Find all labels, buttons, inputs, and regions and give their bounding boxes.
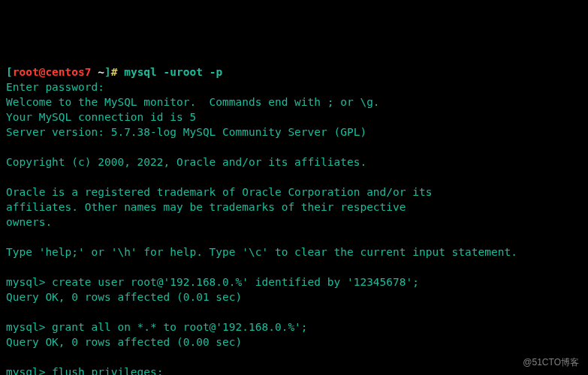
blank-line [6,230,582,244]
watermark: @51CTO博客 [523,356,579,369]
command-text: mysql -uroot -p [124,66,222,78]
blank-line [6,304,582,320]
terminal-output[interactable]: [root@centos7 ~]# mysql -uroot -pEnter p… [6,64,582,375]
mysql-prompt: mysql> [6,321,52,333]
sql-create-user: create user root@'192.168.0.%' identifie… [52,276,419,288]
mysql-cmd-3: mysql> flush privileges; [6,364,582,375]
blank-line [6,260,582,274]
query-result-2: Query OK, 0 rows affected (0.00 sec) [6,334,582,350]
welcome-line: Welcome to the MySQL monitor. Commands e… [6,94,582,110]
blank-line [6,170,582,184]
mysql-prompt: mysql> [6,276,52,288]
copyright-line: Copyright (c) 2000, 2022, Oracle and/or … [6,154,582,170]
bracket-open: [ [6,66,13,78]
mysql-cmd-2: mysql> grant all on *.* to root@'192.168… [6,320,582,334]
trademark-line-1: Oracle is a registered trademark of Orac… [6,184,582,200]
blank-line [6,350,582,364]
sql-flush: flush privileges; [52,366,163,375]
mysql-prompt: mysql> [6,366,52,375]
query-result-1: Query OK, 0 rows affected (0.01 sec) [6,290,582,304]
server-version: Server version: 5.7.38-log MySQL Communi… [6,124,582,140]
mysql-cmd-1: mysql> create user root@'192.168.0.%' id… [6,274,582,290]
blank-line [6,140,582,154]
trademark-line-2: affiliates. Other names may be trademark… [6,200,582,214]
trademark-line-3: owners. [6,214,582,230]
hash: # [111,66,124,78]
user-host: root@centos7 [13,66,92,78]
enter-password: Enter password: [6,80,582,94]
tilde: ~ [92,66,104,78]
help-line: Type 'help;' or '\h' for help. Type '\c'… [6,244,582,260]
bracket-close: ] [104,66,111,78]
connection-id: Your MySQL connection id is 5 [6,110,582,124]
sql-grant: grant all on *.* to root@'192.168.0.%'; [52,321,307,333]
shell-prompt-line: [root@centos7 ~]# mysql -uroot -p [6,64,582,80]
